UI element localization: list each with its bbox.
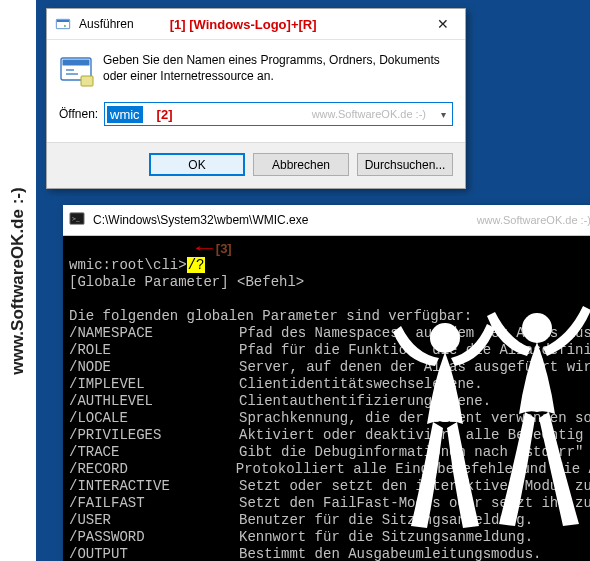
svg-rect-6	[81, 76, 93, 86]
param-row: /OUTPUTBestimmt den Ausgabeumleitungsmod…	[69, 546, 590, 561]
inline-watermark: www.SoftwareOK.de :-)	[312, 108, 426, 120]
param-desc: Sprachkennung, die der Client verwenden …	[239, 410, 590, 427]
param-name: /INTERACTIVE	[69, 478, 239, 495]
param-desc: Clientauthentifizierungsebene.	[239, 393, 491, 410]
console-titlebar[interactable]: >_ C:\Windows\System32\wbem\WMIC.exe www…	[63, 205, 590, 236]
param-row: /RECORDProtokolliert alle Eingabebefehle…	[69, 461, 590, 478]
param-desc: Protokolliert alle Eingabebefehle und di…	[236, 461, 590, 478]
console-prompt: wmic:root\cli>	[69, 257, 187, 273]
annotation-3: [3]	[216, 240, 232, 257]
param-name: /OUTPUT	[69, 546, 239, 561]
svg-rect-1	[57, 20, 69, 22]
command-text-selected: wmic	[107, 106, 143, 123]
svg-rect-4	[66, 69, 74, 71]
param-name: /PASSWORD	[69, 529, 239, 546]
close-icon: ✕	[437, 16, 449, 32]
browse-button[interactable]: Durchsuchen...	[357, 153, 453, 176]
console-command: /?	[187, 257, 206, 273]
svg-rect-5	[66, 73, 78, 75]
desktop-background: Ausführen [1] [Windows-Logo]+[R] ✕	[36, 0, 590, 561]
param-row: /TRACEGibt die Debuginformationen nach "…	[69, 444, 590, 461]
param-desc: Gibt die Debuginformationen nach "stderr…	[239, 444, 583, 461]
param-name: /AUTHLEVEL	[69, 393, 239, 410]
vertical-watermark: www.SoftwareOK.de :-)	[0, 0, 36, 561]
console-window: >_ C:\Windows\System32\wbem\WMIC.exe www…	[63, 205, 590, 561]
param-desc: Setzt oder setzt den interaktiven Modus …	[239, 478, 590, 495]
param-name: /RECORD	[69, 461, 236, 478]
run-dialog-description: Geben Sie den Namen eines Programms, Ord…	[103, 52, 453, 84]
param-row: /LOCALESprachkennung, die der Client ver…	[69, 410, 590, 427]
run-app-icon	[53, 14, 73, 34]
console-intro-line: Die folgenden globalen Parameter sind ve…	[69, 308, 472, 324]
annotation-3-wrap: ← [3]	[199, 240, 232, 257]
param-name: /NAMESPACE	[69, 325, 239, 342]
param-name: /NODE	[69, 359, 239, 376]
svg-text:>_: >_	[72, 215, 80, 223]
param-desc: Pfad des Namespaces, auf dem der Alias a…	[239, 325, 590, 342]
run-dialog-titlebar[interactable]: Ausführen [1] [Windows-Logo]+[R] ✕	[47, 9, 465, 40]
param-desc: Aktiviert oder deaktiviert alle Berechti…	[239, 427, 583, 444]
param-name: /TRACE	[69, 444, 239, 461]
param-desc: Kennwort für die Sitzungsanmeldung.	[239, 529, 533, 546]
run-large-icon	[59, 52, 95, 88]
param-row: /IMPLEVELClientidentitätswechselebene.	[69, 376, 590, 393]
param-name: /FAILFAST	[69, 495, 239, 512]
param-name: /USER	[69, 512, 239, 529]
console-title-watermark: www.SoftwareOK.de :-)	[477, 214, 590, 226]
console-output[interactable]: wmic:root\cli>/? [Globale Parameter] <Be…	[63, 236, 590, 561]
annotation-2: [2]	[157, 107, 173, 122]
watermark-text: www.SoftwareOK.de :-)	[8, 187, 28, 374]
param-row: /INTERACTIVESetzt oder setzt den interak…	[69, 478, 590, 495]
run-dialog-title: Ausführen	[79, 17, 134, 31]
param-desc: Benutzer für die Sitzungsanmeldung.	[239, 512, 533, 529]
console-app-icon: >_	[69, 211, 87, 229]
param-desc: Clientidentitätswechselebene.	[239, 376, 483, 393]
param-row: /FAILFASTSetzt den FailFast-Modus oder s…	[69, 495, 590, 512]
param-desc: Pfad für die Funktion, die die Aliasdefi…	[239, 342, 590, 359]
param-name: /ROLE	[69, 342, 239, 359]
param-row: /ROLEPfad für die Funktion, die die Alia…	[69, 342, 590, 359]
param-name: /PRIVILEGES	[69, 427, 239, 444]
close-button[interactable]: ✕	[421, 9, 465, 39]
cancel-button[interactable]: Abbrechen	[253, 153, 349, 176]
param-row: /PASSWORDKennwort für die Sitzungsanmeld…	[69, 529, 590, 546]
open-label: Öffnen:	[59, 107, 104, 121]
param-row: /NAMESPACEPfad des Namespaces, auf dem d…	[69, 325, 590, 342]
param-desc: Bestimmt den Ausgabeumleitungsmodus.	[239, 546, 541, 561]
param-row: /AUTHLEVELClientauthentifizierungsebene.	[69, 393, 590, 410]
console-header-line: [Globale Parameter] <Befehl>	[69, 274, 304, 290]
annotation-1: [1] [Windows-Logo]+[R]	[170, 17, 317, 32]
arrow-left-icon: ←	[196, 240, 213, 257]
svg-rect-3	[63, 60, 90, 66]
param-row: /PRIVILEGESAktiviert oder deaktiviert al…	[69, 427, 590, 444]
run-dialog: Ausführen [1] [Windows-Logo]+[R] ✕	[46, 8, 466, 189]
param-row: /USERBenutzer für die Sitzungsanmeldung.	[69, 512, 590, 529]
chevron-down-icon[interactable]: ▾	[434, 103, 452, 125]
ok-button[interactable]: OK	[149, 153, 245, 176]
console-title: C:\Windows\System32\wbem\WMIC.exe	[93, 213, 308, 227]
param-row: /NODEServer, auf denen der Alias ausgefü…	[69, 359, 590, 376]
param-name: /LOCALE	[69, 410, 239, 427]
param-desc: Server, auf denen der Alias ausgeführt w…	[239, 359, 590, 376]
command-combobox[interactable]: wmic [2] www.SoftwareOK.de :-) ▾	[104, 102, 453, 126]
param-name: /IMPLEVEL	[69, 376, 239, 393]
param-desc: Setzt den FailFast-Modus oder setzt ihn …	[239, 495, 590, 512]
